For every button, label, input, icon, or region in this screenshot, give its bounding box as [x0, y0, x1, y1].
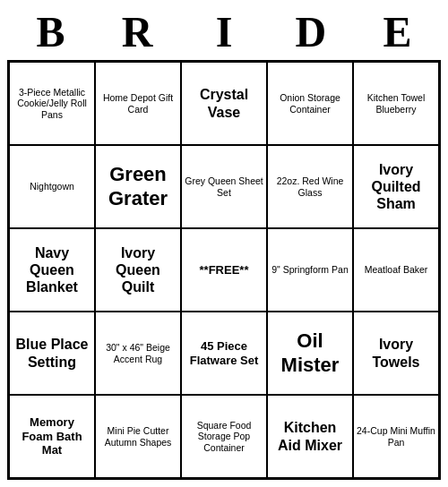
letter-b: B [7, 7, 94, 56]
cell-r2-c2: **FREE** [181, 228, 267, 312]
cell-r2-c4: Meatloaf Baker [353, 228, 439, 312]
bingo-grid: 3-Piece Metallic Cookie/Jelly Roll PansH… [7, 60, 441, 480]
cell-r0-c4: Kitchen Towel Blueberry [353, 62, 439, 145]
cell-r3-c0: Blue Place Setting [9, 312, 95, 395]
cell-r1-c1: Green Grater [95, 145, 181, 228]
letter-e: E [354, 7, 441, 56]
bingo-header: B R I D E [7, 7, 441, 56]
cell-r3-c4: Ivory Towels [353, 312, 439, 395]
cell-r4-c1: Mini Pie Cutter Autumn Shapes [95, 395, 181, 478]
cell-r3-c3: Oil Mister [267, 312, 353, 395]
letter-i: I [181, 7, 268, 56]
cell-r2-c3: 9" Springform Pan [267, 228, 353, 312]
cell-r3-c2: 45 Piece Flatware Set [181, 312, 267, 395]
cell-r0-c0: 3-Piece Metallic Cookie/Jelly Roll Pans [9, 62, 95, 145]
cell-r0-c2: Crystal Vase [181, 62, 267, 145]
cell-r3-c1: 30" x 46" Beige Accent Rug [95, 312, 181, 395]
letter-d: D [267, 7, 354, 56]
cell-r0-c1: Home Depot Gift Card [95, 62, 181, 145]
cell-r0-c3: Onion Storage Container [267, 62, 353, 145]
letter-r: R [94, 7, 181, 56]
cell-r1-c2: Grey Queen Sheet Set [181, 145, 267, 228]
cell-r4-c4: 24-Cup Mini Muffin Pan [353, 395, 439, 478]
cell-r2-c1: Ivory Queen Quilt [95, 228, 181, 312]
cell-r4-c3: Kitchen Aid Mixer [267, 395, 353, 478]
cell-r2-c0: Navy Queen Blanket [9, 228, 95, 312]
cell-r1-c4: Ivory Quilted Sham [353, 145, 439, 228]
cell-r4-c0: Memory Foam Bath Mat [9, 395, 95, 478]
cell-r1-c0: Nightgown [9, 145, 95, 228]
cell-r1-c3: 22oz. Red Wine Glass [267, 145, 353, 228]
cell-r4-c2: Square Food Storage Pop Container [181, 395, 267, 478]
